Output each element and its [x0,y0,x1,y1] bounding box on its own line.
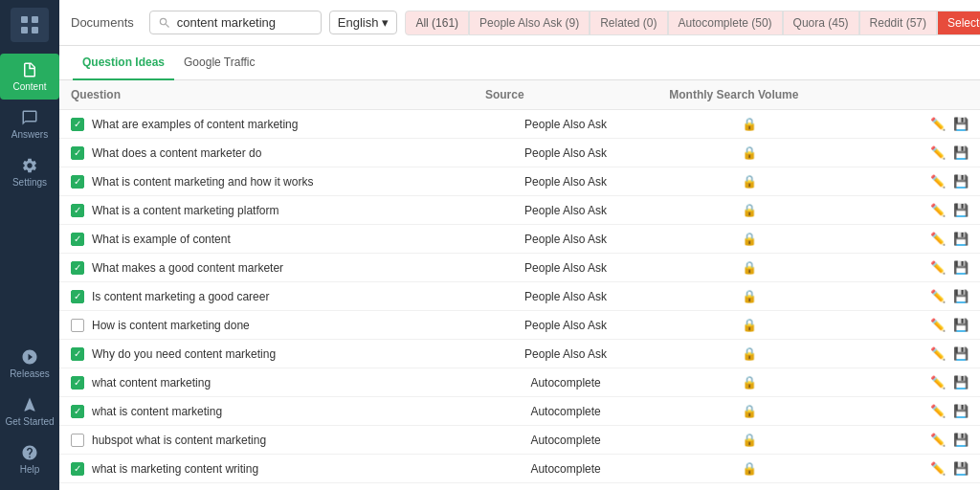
content-area: Question Source Monthly Search Volume Wh… [59,80,980,490]
row-checkbox[interactable] [71,462,84,476]
subnav-item-question-ideas[interactable]: Question Ideas [73,46,174,80]
source-cell: People Also Ask [474,139,657,167]
edit-icon[interactable]: ✏️ [930,289,946,303]
source-cell: People Also Ask [474,110,657,139]
msv-cell: 🔒 [657,311,841,340]
msv-cell: 🔒 [657,455,841,483]
table-row: content marketing what is itAutocomplete… [59,483,980,491]
row-checkbox[interactable] [71,434,84,447]
sidebar-item-help[interactable]: Help [0,436,59,482]
source-cell: People Also Ask [474,311,657,340]
filter-tab-all[interactable]: All (161) [405,11,469,35]
edit-icon[interactable]: ✏️ [930,404,946,418]
source-cell: Autocomplete [474,426,657,455]
save-icon[interactable]: 💾 [953,260,969,275]
sidebar-label-help: Help [20,464,40,475]
filter-tab-selected[interactable]: Selected (10) [937,11,980,35]
row-checkbox[interactable] [71,319,84,332]
edit-icon[interactable]: ✏️ [930,318,946,332]
edit-icon[interactable]: ✏️ [930,232,946,246]
sidebar-item-releases[interactable]: Releases [0,341,59,387]
question-text: How is content marketing done [92,319,250,332]
source-cell: People Also Ask [474,340,657,368]
row-checkbox[interactable] [71,347,84,361]
actions-cell: ✏️ 💾 [842,110,980,139]
row-checkbox[interactable] [71,233,84,246]
edit-icon[interactable]: ✏️ [930,117,946,131]
msv-cell: 🔒 [657,254,841,282]
edit-icon[interactable]: ✏️ [930,203,946,217]
question-text: What makes a good content marketer [92,261,283,275]
sidebar-item-get-started[interactable]: Get Started [0,389,59,434]
edit-icon[interactable]: ✏️ [930,461,946,476]
row-checkbox[interactable] [71,118,84,131]
edit-icon[interactable]: ✏️ [930,260,946,275]
table-row: hubspot what is content marketingAutocom… [59,426,980,455]
source-cell: Autocomplete [474,483,657,491]
col-header-msv: Monthly Search Volume [657,80,841,110]
svg-rect-3 [32,27,38,33]
sidebar-label-get-started: Get Started [5,416,54,427]
row-checkbox[interactable] [71,146,84,160]
source-cell: Autocomplete [474,455,657,483]
save-icon[interactable]: 💾 [953,346,969,361]
row-checkbox[interactable] [71,204,84,217]
table-row: What makes a good content marketerPeople… [59,254,980,282]
edit-icon[interactable]: ✏️ [930,433,946,447]
row-checkbox[interactable] [71,175,84,189]
chevron-down-icon: ▾ [382,15,389,30]
table-row: What are examples of content marketingPe… [59,110,980,139]
source-cell: Autocomplete [474,397,657,426]
msv-cell: 🔒 [657,282,841,311]
sidebar-item-answers[interactable]: Answers [0,101,59,147]
table-row: what is marketing content writingAutocom… [59,455,980,483]
language-selector[interactable]: English ▾ [329,11,398,34]
filter-tab-reddit[interactable]: Reddit (57) [859,11,937,35]
question-text: Why do you need content marketing [92,347,276,361]
filter-tab-related[interactable]: Related (0) [590,11,667,35]
source-cell: People Also Ask [474,282,657,311]
row-checkbox[interactable] [71,261,84,275]
table-row: What is content marketing and how it wor… [59,167,980,196]
lock-icon: 🔒 [742,117,757,131]
save-icon[interactable]: 💾 [953,318,969,332]
row-checkbox[interactable] [71,290,84,303]
save-icon[interactable]: 💾 [953,174,969,189]
actions-cell: ✏️ 💾 [842,225,980,254]
svg-rect-0 [21,16,28,23]
row-checkbox[interactable] [71,405,84,418]
table-row: what content marketingAutocomplete🔒 ✏️ 💾 [59,368,980,397]
actions-cell: ✏️ 💾 [842,311,980,340]
save-icon[interactable]: 💾 [953,404,969,418]
actions-cell: ✏️ 💾 [842,455,980,483]
table-row: What is example of contentPeople Also As… [59,225,980,254]
edit-icon[interactable]: ✏️ [930,375,946,390]
save-icon[interactable]: 💾 [953,375,969,390]
edit-icon[interactable]: ✏️ [930,174,946,189]
actions-cell: ✏️ 💾 [842,196,980,225]
subnav-item-google-traffic[interactable]: Google Traffic [174,46,264,80]
actions-cell: ✏️ 💾 [842,340,980,368]
col-header-source: Source [474,80,657,110]
filter-tab-autocomplete[interactable]: Autocomplete (50) [668,11,783,35]
sidebar-item-content[interactable]: Content [0,54,59,100]
edit-icon[interactable]: ✏️ [930,145,946,160]
lock-icon: 🔒 [742,145,757,160]
msv-cell: 🔒 [657,167,841,196]
save-icon[interactable]: 💾 [953,203,969,217]
save-icon[interactable]: 💾 [953,145,969,160]
save-icon[interactable]: 💾 [953,289,969,303]
search-input[interactable] [177,15,311,30]
search-icon [158,16,171,30]
save-icon[interactable]: 💾 [953,232,969,246]
actions-cell: ✏️ 💾 [842,254,980,282]
sidebar-item-settings[interactable]: Settings [0,149,59,195]
filter-tab-people-also-ask[interactable]: People Also Ask (9) [469,11,590,35]
breadcrumb: Documents [71,15,134,30]
row-checkbox[interactable] [71,376,84,390]
edit-icon[interactable]: ✏️ [930,346,946,361]
save-icon[interactable]: 💾 [953,117,969,131]
filter-tab-quora[interactable]: Quora (45) [783,11,859,35]
save-icon[interactable]: 💾 [953,461,969,476]
save-icon[interactable]: 💾 [953,433,969,447]
